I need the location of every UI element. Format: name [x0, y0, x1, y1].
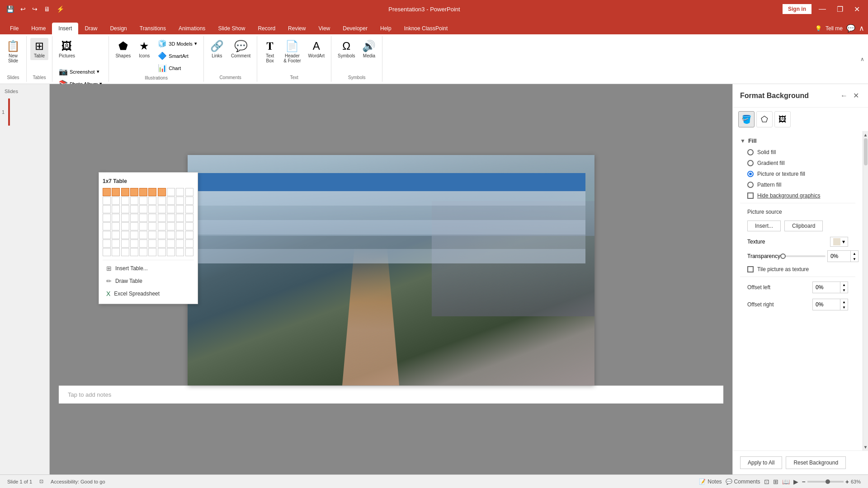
comments-button[interactable]: 💬 Comments: [726, 479, 760, 485]
normal-view-button[interactable]: ⊡: [764, 478, 769, 485]
solid-fill-radio[interactable]: [747, 149, 754, 155]
draw-table-menu-item[interactable]: ✏ Draw Table: [103, 275, 194, 287]
table-cell[interactable]: [121, 205, 129, 213]
reset-background-button[interactable]: Reset Background: [786, 456, 846, 469]
new-slide-button[interactable]: 📋 NewSlide: [4, 38, 23, 65]
minimize-button[interactable]: —: [815, 3, 830, 15]
table-cell[interactable]: [148, 248, 156, 256]
picture-fill-radio[interactable]: [747, 171, 754, 177]
3d-models-button[interactable]: 🧊 3D Models ▾: [155, 38, 200, 49]
table-cell[interactable]: [167, 205, 175, 213]
format-panel-scrollbar[interactable]: ▲ ▼: [863, 131, 868, 450]
tab-home[interactable]: Home: [25, 23, 52, 34]
table-cell[interactable]: [185, 205, 193, 213]
slide-thumbnail[interactable]: [8, 99, 10, 126]
collapse-icon[interactable]: ∧: [859, 24, 864, 33]
picture-tab-button[interactable]: 🖼: [774, 111, 791, 127]
apply-to-all-button[interactable]: Apply to All: [740, 456, 782, 469]
offset-left-down-button[interactable]: ▼: [840, 287, 848, 293]
table-cell[interactable]: [167, 222, 175, 230]
table-cell[interactable]: [112, 239, 120, 248]
table-cell[interactable]: [185, 248, 193, 256]
clipboard-button[interactable]: Clipboard: [784, 221, 823, 231]
reading-view-button[interactable]: 📖: [782, 478, 790, 485]
save-button[interactable]: 💾: [5, 5, 16, 14]
picture-fill-option[interactable]: Picture or texture fill: [740, 169, 855, 179]
table-cell[interactable]: [148, 205, 156, 213]
chart-button[interactable]: 📊 Chart: [155, 62, 200, 74]
table-cell[interactable]: [176, 239, 184, 248]
tab-record[interactable]: Record: [251, 23, 282, 34]
table-cell[interactable]: [185, 222, 193, 230]
tab-review[interactable]: Review: [282, 23, 312, 34]
slide-sorter-button[interactable]: ⊞: [773, 478, 778, 485]
table-cell[interactable]: [167, 214, 175, 222]
scroll-down-button[interactable]: ▼: [863, 443, 868, 450]
table-cell[interactable]: [158, 248, 166, 256]
wordart-button[interactable]: A WordArt: [306, 38, 328, 60]
transparency-input[interactable]: [828, 251, 850, 262]
table-cell[interactable]: [121, 231, 129, 239]
tile-option[interactable]: Tile picture as texture: [740, 264, 855, 275]
table-cell[interactable]: [112, 188, 120, 196]
table-cell[interactable]: [185, 239, 193, 248]
table-cell[interactable]: [167, 239, 175, 248]
zoom-in-button[interactable]: +: [845, 478, 849, 485]
table-cell[interactable]: [130, 205, 138, 213]
table-cell[interactable]: [176, 231, 184, 239]
customize-button[interactable]: ⚡: [55, 5, 66, 14]
table-cell[interactable]: [112, 231, 120, 239]
table-cell[interactable]: [130, 231, 138, 239]
tab-animations[interactable]: Animations: [172, 23, 212, 34]
notes-bar[interactable]: Tap to add notes: [59, 385, 723, 404]
screenshot-button[interactable]: 📷 Screenshot ▾: [56, 66, 102, 77]
table-cell[interactable]: [185, 231, 193, 239]
presenter-view-button[interactable]: ▶: [793, 478, 798, 485]
zoom-slider[interactable]: [807, 481, 844, 483]
tab-inknoe[interactable]: Inknoe ClassPoint: [398, 23, 454, 34]
transparency-up-button[interactable]: ▲: [851, 251, 858, 256]
table-cell[interactable]: [158, 231, 166, 239]
table-button[interactable]: ⊞ Table: [30, 38, 48, 60]
tab-design[interactable]: Design: [104, 23, 133, 34]
table-cell[interactable]: [167, 248, 175, 256]
links-button[interactable]: 🔗 Links: [208, 38, 226, 60]
table-cell[interactable]: [130, 248, 138, 256]
effects-tab-button[interactable]: ⬠: [756, 111, 773, 127]
scroll-thumb[interactable]: [864, 138, 868, 165]
fill-section-header[interactable]: ▼ Fill: [740, 135, 855, 147]
smartart-button[interactable]: 🔷 SmartArt: [155, 50, 200, 61]
table-cell[interactable]: [130, 222, 138, 230]
table-cell[interactable]: [103, 188, 111, 196]
insert-table-menu-item[interactable]: ⊞ Insert Table...: [103, 262, 194, 275]
scroll-up-button[interactable]: ▲: [863, 131, 868, 138]
table-cell[interactable]: [158, 205, 166, 213]
table-cell[interactable]: [112, 197, 120, 205]
texture-picker[interactable]: ▾: [830, 237, 848, 247]
fill-tab-button[interactable]: 🪣: [738, 111, 755, 127]
table-cell[interactable]: [112, 248, 120, 256]
table-cell[interactable]: [148, 188, 156, 196]
transparency-slider-track[interactable]: [780, 255, 826, 257]
table-cell[interactable]: [148, 197, 156, 205]
table-cell[interactable]: [185, 188, 193, 196]
table-cell[interactable]: [130, 197, 138, 205]
table-cell[interactable]: [176, 188, 184, 196]
zoom-thumb[interactable]: [826, 479, 830, 484]
table-cell[interactable]: [103, 197, 111, 205]
solid-fill-option[interactable]: Solid fill: [740, 147, 855, 158]
table-cell[interactable]: [130, 188, 138, 196]
table-cell[interactable]: [176, 205, 184, 213]
table-cell[interactable]: [176, 197, 184, 205]
panel-close-button[interactable]: ✕: [851, 89, 861, 102]
transparency-down-button[interactable]: ▼: [851, 256, 858, 262]
icons-button[interactable]: ★ Icons: [135, 38, 153, 60]
offset-right-up-button[interactable]: ▲: [840, 299, 848, 305]
table-cell[interactable]: [121, 197, 129, 205]
slide-canvas[interactable]: [188, 155, 594, 385]
table-cell[interactable]: [158, 197, 166, 205]
table-cell[interactable]: [139, 248, 147, 256]
table-cell[interactable]: [112, 214, 120, 222]
table-cell[interactable]: [167, 197, 175, 205]
table-cell[interactable]: [112, 205, 120, 213]
